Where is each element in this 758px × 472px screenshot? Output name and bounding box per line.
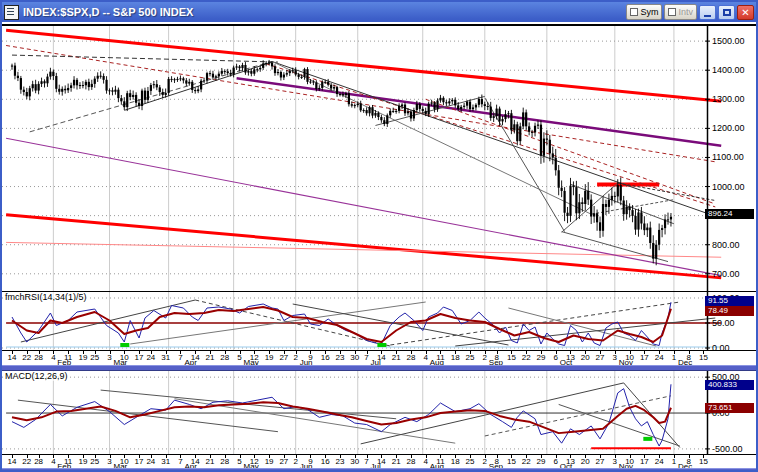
date-tick-label: 25 xyxy=(90,457,99,466)
last-price-label: 896.24 xyxy=(705,209,754,219)
minimize-button[interactable] xyxy=(699,5,716,20)
rsi-fast-value-label: 91.55 xyxy=(705,296,754,306)
date-axis-lower: 1422284Feb1119253Mar101724317Apr1421285M… xyxy=(2,454,756,469)
date-tick-label: 14 xyxy=(191,457,200,466)
date-tick-label: 18 xyxy=(451,457,460,466)
date-tick-label: 24 xyxy=(146,457,155,466)
date-tick-label: 10 xyxy=(120,353,129,362)
svg-text:1000.00: 1000.00 xyxy=(712,182,745,192)
date-tick-label: 7 xyxy=(178,353,182,362)
svg-text:700.00: 700.00 xyxy=(712,269,740,279)
intv-checkbox-icon xyxy=(668,8,676,16)
date-tick-label: 28 xyxy=(34,457,43,466)
macd-fast-value-label: 400.833 xyxy=(705,380,754,390)
date-tick-label: 3 xyxy=(107,457,111,466)
date-tick-label: 30 xyxy=(350,457,359,466)
date-tick-label: 7 xyxy=(364,353,368,362)
date-tick-label: 7 xyxy=(178,457,182,466)
date-tick-label: 4 xyxy=(51,457,55,466)
sym-button-label: Sym xyxy=(640,6,658,18)
date-tick-label: 2 xyxy=(293,457,297,466)
date-tick-label: 1 xyxy=(672,353,676,362)
date-tick-label: 4 xyxy=(423,457,427,466)
price-panel-canvas: 1500.001400.001300.001200.001100.001000.… xyxy=(2,26,756,293)
date-tick-label: 17 xyxy=(135,457,144,466)
date-tick-label: 16 xyxy=(321,457,330,466)
window-icon xyxy=(4,5,19,20)
date-tick-label: 9 xyxy=(308,353,312,362)
date-tick-label: 19 xyxy=(78,353,87,362)
date-tick-label: 28 xyxy=(34,353,43,362)
title-bar[interactable]: INDEX:$SPX,D -- S&P 500 INDEX Sym Intv ✕ xyxy=(2,2,756,22)
price-chart-panel[interactable]: 1500.001400.001300.001200.001100.001000.… xyxy=(2,24,756,291)
macd-indicator-panel[interactable]: MACD(12,26,9) 500.000.00-500.00 xyxy=(2,371,756,454)
date-tick-label: 15 xyxy=(507,457,516,466)
date-tick-label: 14 xyxy=(8,353,17,362)
date-tick-label: 18 xyxy=(451,353,460,362)
intv-button[interactable]: Intv xyxy=(664,4,697,20)
intv-button-label: Intv xyxy=(678,6,693,18)
date-tick-label: 21 xyxy=(206,353,215,362)
sym-button[interactable]: Sym xyxy=(626,4,662,20)
date-tick-label: 22 xyxy=(22,353,31,362)
date-tick-label: 17 xyxy=(640,353,649,362)
date-tick-label: 3 xyxy=(613,353,617,362)
date-tick-label: 15 xyxy=(699,353,708,362)
date-tick-label: 9 xyxy=(308,457,312,466)
svg-text:800.00: 800.00 xyxy=(712,240,740,250)
date-tick-label: 22 xyxy=(22,457,31,466)
date-tick-label: 4 xyxy=(423,353,427,362)
date-tick-label: 30 xyxy=(350,353,359,362)
macd-panel-canvas: 500.000.00-500.00 xyxy=(2,371,756,454)
date-tick-label: 22 xyxy=(522,457,531,466)
date-tick-label: 14 xyxy=(377,353,386,362)
svg-text:1100.00: 1100.00 xyxy=(712,152,744,162)
date-tick-label: 20 xyxy=(581,353,590,362)
date-tick-label: 22 xyxy=(522,353,531,362)
date-tick-label: 7 xyxy=(364,457,368,466)
date-tick-label: 8 xyxy=(494,353,498,362)
sym-checkbox-icon xyxy=(630,8,638,16)
date-tick-label: 27 xyxy=(279,457,288,466)
date-tick-label: 6 xyxy=(553,457,557,466)
date-tick-label: 19 xyxy=(78,457,87,466)
svg-text:-500.00: -500.00 xyxy=(712,444,743,454)
date-tick-label: 19 xyxy=(265,457,274,466)
date-tick-label: 29 xyxy=(536,353,545,362)
date-tick-label: 11 xyxy=(436,457,444,466)
macd-slow-value-label: 73.651 xyxy=(705,403,754,413)
panel-splitter-lower[interactable] xyxy=(2,468,756,472)
date-tick-label: 13 xyxy=(566,457,575,466)
date-tick-label: 25 xyxy=(466,457,475,466)
minimize-icon xyxy=(704,15,711,17)
maximize-icon xyxy=(723,9,731,16)
date-tick-label: 8 xyxy=(494,457,498,466)
date-tick-label: 27 xyxy=(596,457,605,466)
date-axis-upper: 1422284Feb1119253Mar101724317Apr1421285M… xyxy=(2,350,756,365)
date-tick-label: 25 xyxy=(90,353,99,362)
date-tick-label: 20 xyxy=(581,457,590,466)
date-tick-label: 8 xyxy=(686,457,690,466)
maximize-button[interactable] xyxy=(718,5,735,20)
date-tick-label: 14 xyxy=(191,353,200,362)
svg-text:1500.00: 1500.00 xyxy=(712,36,745,46)
date-tick-label: 28 xyxy=(406,457,415,466)
macd-panel-label: MACD(12,26,9) xyxy=(5,371,68,381)
svg-text:1300.00: 1300.00 xyxy=(712,94,745,104)
date-tick-label: 28 xyxy=(220,457,229,466)
date-tick-label: 21 xyxy=(206,457,215,466)
date-tick-label: 15 xyxy=(699,457,708,466)
date-tick-label: 28 xyxy=(220,353,229,362)
rsi-indicator-panel[interactable]: fmchRSI(14,34(1)/5) 100.0050.000.00 xyxy=(2,291,756,350)
date-tick-label: 31 xyxy=(161,353,170,362)
date-tick-label: 8 xyxy=(686,353,690,362)
close-button[interactable]: ✕ xyxy=(737,5,754,20)
date-tick-label: 23 xyxy=(336,353,345,362)
date-tick-label: 25 xyxy=(466,353,475,362)
date-tick-label: 23 xyxy=(336,457,345,466)
date-tick-label: 15 xyxy=(507,353,516,362)
date-tick-label: 13 xyxy=(566,353,575,362)
date-tick-label: 12 xyxy=(250,353,259,362)
date-tick-label: 11 xyxy=(64,457,72,466)
date-tick-label: 2 xyxy=(483,353,487,362)
